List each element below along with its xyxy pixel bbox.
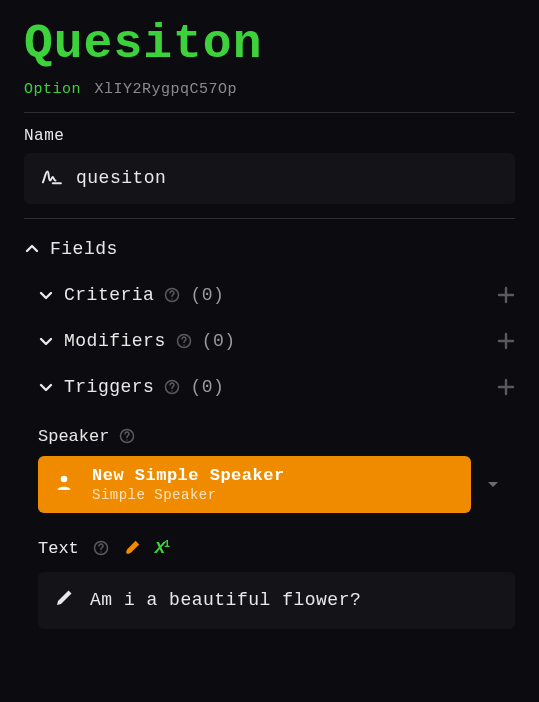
modifiers-label: Modifiers xyxy=(64,331,166,351)
svg-point-2 xyxy=(172,298,173,299)
speaker-name: New Simple Speaker xyxy=(92,466,285,485)
chevron-down-icon xyxy=(38,379,54,395)
modifiers-count: (0) xyxy=(202,331,236,351)
add-triggers-button[interactable] xyxy=(497,378,515,396)
divider xyxy=(24,112,515,113)
pencil-icon xyxy=(54,588,74,613)
name-input[interactable]: quesiton xyxy=(24,153,515,204)
criteria-row[interactable]: Criteria (0) xyxy=(24,285,515,305)
svg-point-14 xyxy=(127,440,128,441)
help-icon[interactable] xyxy=(119,428,135,444)
speaker-dropdown-button[interactable] xyxy=(471,456,515,513)
variable-icon[interactable]: X1 xyxy=(155,539,169,558)
divider xyxy=(24,218,515,219)
svg-point-18 xyxy=(100,552,101,553)
triggers-row[interactable]: Triggers (0) xyxy=(24,377,515,397)
subtitle-id: XlIY2RygpqC57Op xyxy=(95,81,238,98)
person-icon xyxy=(54,472,74,497)
criteria-count: (0) xyxy=(190,285,224,305)
help-icon[interactable] xyxy=(164,287,180,303)
signature-icon xyxy=(40,167,62,190)
page-title: Quesiton xyxy=(24,18,515,71)
criteria-label: Criteria xyxy=(64,285,154,305)
svg-point-15 xyxy=(61,475,68,482)
text-value: Am i a beautiful flower? xyxy=(90,590,361,610)
text-label: Text xyxy=(38,539,79,558)
chevron-up-icon xyxy=(24,241,40,257)
name-value: quesiton xyxy=(76,168,166,188)
text-input[interactable]: Am i a beautiful flower? xyxy=(38,572,515,629)
svg-point-6 xyxy=(183,344,184,345)
help-icon[interactable] xyxy=(176,333,192,349)
svg-marker-16 xyxy=(488,482,498,487)
triggers-label: Triggers xyxy=(64,377,154,397)
speaker-type: Simple Speaker xyxy=(92,487,285,503)
name-label: Name xyxy=(24,127,515,145)
add-criteria-button[interactable] xyxy=(497,286,515,304)
triggers-count: (0) xyxy=(190,377,224,397)
subtitle-label: Option xyxy=(24,81,81,98)
chevron-down-icon xyxy=(38,333,54,349)
fields-toggle[interactable]: Fields xyxy=(24,239,515,259)
modifiers-row[interactable]: Modifiers (0) xyxy=(24,331,515,351)
svg-point-10 xyxy=(172,390,173,391)
speaker-select[interactable]: New Simple Speaker Simple Speaker xyxy=(38,456,471,513)
help-icon[interactable] xyxy=(164,379,180,395)
help-icon[interactable] xyxy=(93,540,109,556)
brush-icon[interactable] xyxy=(123,539,141,557)
fields-label: Fields xyxy=(50,239,118,259)
chevron-down-icon xyxy=(38,287,54,303)
add-modifiers-button[interactable] xyxy=(497,332,515,350)
speaker-label: Speaker xyxy=(38,427,109,446)
